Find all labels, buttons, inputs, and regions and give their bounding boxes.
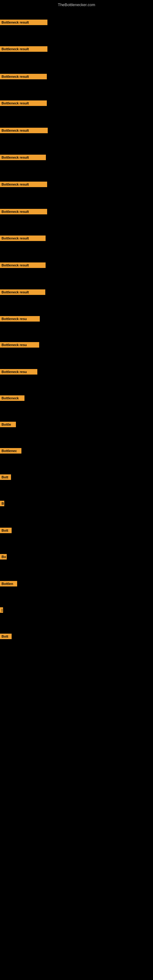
bottleneck-bar-row: Bottleneck — [0, 395, 24, 402]
bottleneck-bar[interactable]: Bott — [0, 474, 11, 480]
bottleneck-bar[interactable]: Bott — [0, 528, 12, 533]
bottleneck-bar[interactable]: Bottleneck result — [0, 235, 46, 241]
bottleneck-bar-row: Bottleneck result — [0, 235, 46, 242]
bottleneck-bar-row: Bott — [0, 474, 11, 481]
bottleneck-bar[interactable]: Bott — [0, 634, 12, 639]
bottleneck-bar-row: Bottleneck result — [0, 128, 48, 134]
bottleneck-bar[interactable]: Bottleneck result — [0, 74, 47, 79]
bottleneck-bar-row: Bottleneck result — [0, 262, 46, 269]
bottleneck-bar[interactable]: Bottleneck result — [0, 262, 46, 268]
bottleneck-bar-row: Bottleneck result — [0, 181, 47, 188]
bottleneck-bar[interactable]: Bottleneck result — [0, 209, 47, 215]
bottleneck-bar[interactable]: Bottleneck result — [0, 290, 45, 295]
bottleneck-bar-row: Bottleneck result — [0, 100, 47, 107]
bottleneck-bar[interactable]: Bottle — [0, 422, 16, 427]
bottleneck-bar-row: Bott — [0, 528, 12, 535]
bottleneck-bar-row: Bottleneck result — [0, 290, 45, 296]
bottleneck-bar[interactable]: Bottlen — [0, 581, 17, 587]
bottleneck-bar-row: Bottlen — [0, 581, 17, 588]
bottleneck-bar[interactable]: Bottleneck result — [0, 20, 48, 25]
bottleneck-bar-row: Bottleneck result — [0, 74, 47, 81]
bottleneck-bar[interactable]: Bottlenec — [0, 448, 21, 453]
bottleneck-bar[interactable]: Bottleneck — [0, 395, 24, 401]
bottleneck-bar[interactable]: Bottleneck resu — [0, 316, 40, 321]
bottleneck-bar[interactable]: B — [0, 501, 4, 506]
bottleneck-bar-row: Bottleneck result — [0, 46, 48, 53]
bottleneck-bar-row: Bottleneck result — [0, 20, 48, 26]
bottleneck-bar-row: Bottlenec — [0, 448, 21, 455]
bottleneck-bar-row: | — [0, 607, 3, 614]
bottleneck-bar-row: Bottleneck resu — [0, 342, 39, 349]
bottleneck-bar[interactable]: Bottleneck result — [0, 155, 46, 160]
bottleneck-bar-row: Bottleneck result — [0, 209, 47, 216]
bottleneck-bar-row: Bottleneck result — [0, 155, 46, 161]
bottleneck-bar-row: Bo — [0, 554, 7, 561]
bottleneck-bar[interactable]: Bottleneck result — [0, 100, 47, 106]
bottleneck-bar[interactable]: | — [0, 607, 3, 613]
site-title: TheBottlenecker.com — [0, 0, 153, 8]
bottleneck-bar-row: Bott — [0, 634, 12, 640]
bottleneck-bar-row: B — [0, 501, 4, 508]
bottleneck-bar-row: Bottle — [0, 422, 16, 428]
bottleneck-bar[interactable]: Bo — [0, 554, 7, 560]
bottleneck-bar-row: Bottleneck resu — [0, 316, 40, 323]
bottleneck-bar[interactable]: Bottleneck result — [0, 128, 48, 133]
bottleneck-bar[interactable]: Bottleneck result — [0, 181, 47, 187]
bottleneck-bar-row: Bottleneck resu — [0, 369, 37, 376]
page-container: TheBottlenecker.com Bottleneck resultBot… — [0, 0, 153, 980]
bottleneck-bar[interactable]: Bottleneck resu — [0, 342, 39, 348]
bottleneck-bar[interactable]: Bottleneck result — [0, 46, 48, 52]
bottleneck-bar[interactable]: Bottleneck resu — [0, 369, 37, 375]
